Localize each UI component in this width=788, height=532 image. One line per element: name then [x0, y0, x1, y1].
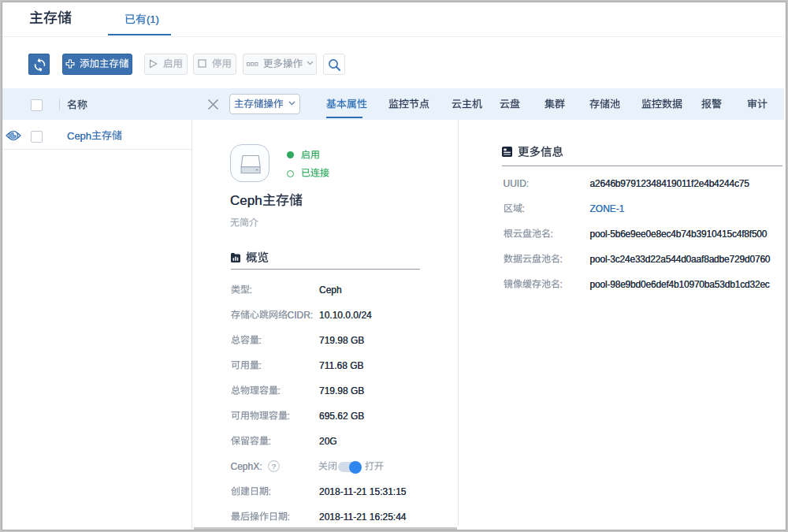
svg-text:?: ?: [271, 461, 275, 470]
